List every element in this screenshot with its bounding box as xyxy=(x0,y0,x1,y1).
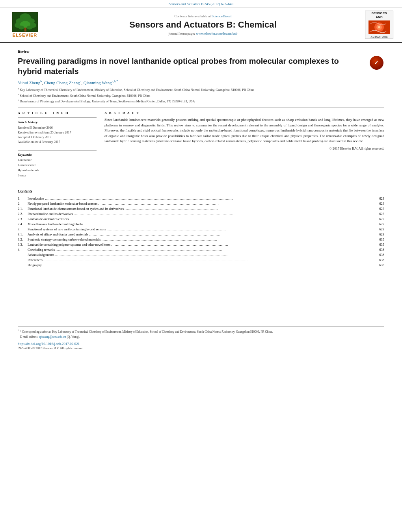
toc-text-2-4: Miscellaneous lanthanide building blocks… xyxy=(28,221,372,226)
sensors-logo-graphic xyxy=(368,20,390,34)
toc-text-3-2: Synthetic strategy concerning carbon-rel… xyxy=(28,237,372,242)
journal-header: ELSEVIER Contents lists available at Sci… xyxy=(0,7,402,43)
toc-num-2-2: 2.2. xyxy=(18,211,28,216)
toc-num-4: 4. xyxy=(18,247,28,252)
toc-text-ref: References .............................… xyxy=(28,257,372,262)
toc-row-3: 3. Functional systems of rare earth cont… xyxy=(18,226,384,232)
sensors-logo-box: SENSORS and ACTUATORS xyxy=(365,11,393,39)
toc-num-2-3: 2.3. xyxy=(18,216,28,221)
toc-num-3: 3. xyxy=(18,226,28,232)
email-suffix: (Q. Wang). xyxy=(67,335,80,339)
svg-point-13 xyxy=(378,26,380,28)
toc-text-2: Newly prepared lanthanide molecular-base… xyxy=(28,201,372,206)
toc-row-2-2: 2.2. Phenanthroline and its derivatives … xyxy=(18,211,384,216)
toc-text-ack: Acknowledgements .......................… xyxy=(28,252,372,257)
toc-row-3-3: 3.3. Lanthanide containing polymer syste… xyxy=(18,242,384,247)
toc-page-ack: 638 xyxy=(372,252,384,257)
toc-num-2-4: 2.4. xyxy=(18,221,28,226)
toc-num-ref xyxy=(18,257,28,262)
doi-line[interactable]: http://dx.doi.org/10.1016/j.snb.2017.02.… xyxy=(18,342,384,346)
divider-2 xyxy=(18,183,384,183)
toc-text-1: Introduction ...........................… xyxy=(28,196,372,201)
article-info-box: Article history: Received 5 December 201… xyxy=(18,117,97,147)
keywords-box: Keywords: Lanthanide Luminescence Hybrid… xyxy=(18,150,97,178)
left-column: A R T I C L E I N F O Article history: R… xyxy=(18,111,97,178)
author-1: Yuhui Zheng xyxy=(18,80,40,85)
toc-row-2-3: 2.3. Lanthanide antibiotics edifices ...… xyxy=(18,216,384,221)
toc-table: 1. Introduction ........................… xyxy=(18,196,384,267)
title-section: Prevailing paradigms in novel lanthanide… xyxy=(18,56,384,76)
received-date: Received 5 December 2016 xyxy=(18,126,97,130)
svg-point-8 xyxy=(19,26,24,30)
keyword-2: Luminescence xyxy=(18,163,97,168)
crossmark: ✓ xyxy=(368,56,384,70)
toc-text-2-3: Lanthanide antibiotics edifices ........… xyxy=(28,216,372,221)
affiliation-a: a Key Laboratory of Theoretical Chemistr… xyxy=(18,87,384,92)
toc-text-4: Concluding remarks .....................… xyxy=(28,247,372,252)
toc-num-3-1: 3.1. xyxy=(18,232,28,237)
toc-page-2-4: 629 xyxy=(372,221,384,226)
toc-row-4: 4. Concluding remarks ..................… xyxy=(18,247,384,252)
toc-num-2-1: 2.1. xyxy=(18,206,28,211)
email-link[interactable]: qiuwang@scnu.edu.cn xyxy=(39,335,66,339)
accepted-date: Accepted 1 February 2017 xyxy=(18,135,97,140)
affiliations: a Key Laboratory of Theoretical Chemistr… xyxy=(18,87,384,104)
keyword-3: Hybrid materials xyxy=(18,168,97,173)
header-center: Contents lists available at ScienceDirec… xyxy=(47,14,359,35)
available-date: Available online 4 February 2017 xyxy=(18,140,97,145)
abstract-text: Since lanthanide luminescent materials g… xyxy=(104,117,384,144)
toc-page-ref: 638 xyxy=(372,257,384,262)
divider-1 xyxy=(18,108,384,108)
toc-section: Contents 1. Introduction ...............… xyxy=(18,187,384,267)
toc-text-3-3: Lanthanide containing polymer systems an… xyxy=(28,242,372,247)
sensors-logo-text-top: SENSORS and xyxy=(371,11,387,19)
toc-text-3: Functional systems of rare earth contain… xyxy=(28,226,372,232)
toc-page-3-3: 635 xyxy=(372,242,384,247)
doi-link[interactable]: http://dx.doi.org/10.1016/j.snb.2017.02.… xyxy=(18,342,80,346)
toc-num-2: 2. xyxy=(18,201,28,206)
email-label: E-mail address: xyxy=(20,335,39,339)
contents-available-line: Contents lists available at ScienceDirec… xyxy=(47,14,359,18)
article-section-label: Review xyxy=(18,47,384,54)
toc-row-3-1: 3.1. Analysis of silica- and titania bas… xyxy=(18,232,384,237)
toc-num-ack xyxy=(18,252,28,257)
toc-num-1: 1. xyxy=(18,196,28,201)
author-2: Cheng Cheng Zhang xyxy=(44,80,80,85)
abstract-copyright: © 2017 Elsevier B.V. All rights reserved… xyxy=(104,146,384,150)
issn-copyright: 0925-4005/© 2017 Elsevier B.V. All right… xyxy=(18,347,384,350)
article-body-columns: A R T I C L E I N F O Article history: R… xyxy=(18,111,384,178)
toc-text-bio: Biography ..............................… xyxy=(28,262,372,267)
toc-row-2-4: 2.4. Miscellaneous lanthanide building b… xyxy=(18,221,384,226)
toc-page-2-3: 627 xyxy=(372,216,384,221)
toc-text-3-1: Analysis of silica- and titania based ma… xyxy=(28,232,372,237)
sensors-logo-text-bottom: ACTUATORS xyxy=(370,35,387,38)
affiliation-c: c Departments of Physiology and Developm… xyxy=(18,98,384,104)
keyword-1: Lanthanide xyxy=(18,158,97,163)
toc-row-1: 1. Introduction ........................… xyxy=(18,196,384,201)
toc-row-2: 2. Newly prepared lanthanide molecular-b… xyxy=(18,201,384,206)
svg-rect-7 xyxy=(24,28,26,32)
sciencedirect-link[interactable]: ScienceDirect xyxy=(212,14,231,18)
article-info-header: A R T I C L E I N F O xyxy=(18,111,97,115)
keyword-4: Sensor xyxy=(18,173,97,178)
toc-page-2-1: 623 xyxy=(372,206,384,211)
right-column: A B S T R A C T Since lanthanide lumines… xyxy=(104,111,384,178)
toc-page-3-1: 629 xyxy=(372,232,384,237)
keywords-title: Keywords: xyxy=(18,153,97,157)
article-title: Prevailing paradigms in novel lanthanide… xyxy=(18,56,365,76)
article-history-title: Article history: xyxy=(18,120,97,124)
toc-title: Contents xyxy=(18,189,384,193)
toc-text-2-1: Functional lanthanide chemosensors based… xyxy=(28,206,372,211)
journal-homepage-line: journal homepage: www.elsevier.com/locat… xyxy=(47,32,359,35)
sensors-actuators-logo: SENSORS and ACTUATORS xyxy=(363,11,395,39)
toc-row-ref: References .............................… xyxy=(18,257,384,262)
crossmark-icon: ✓ xyxy=(370,56,383,70)
journal-citation: Sensors and Actuators B 245 (2017) 622–6… xyxy=(169,2,233,6)
toc-row-ack: Acknowledgements .......................… xyxy=(18,252,384,257)
author-3: Qianming Wang xyxy=(84,80,112,85)
email-note: E-mail address: qiuwang@scnu.edu.cn (Q. … xyxy=(18,335,384,339)
journal-homepage-link[interactable]: www.elsevier.com/locate/snb xyxy=(196,32,237,35)
elsevier-tree-image xyxy=(12,12,38,32)
toc-row-2-1: 2.1. Functional lanthanide chemosensors … xyxy=(18,206,384,211)
elsevier-logo: ELSEVIER xyxy=(7,12,43,37)
